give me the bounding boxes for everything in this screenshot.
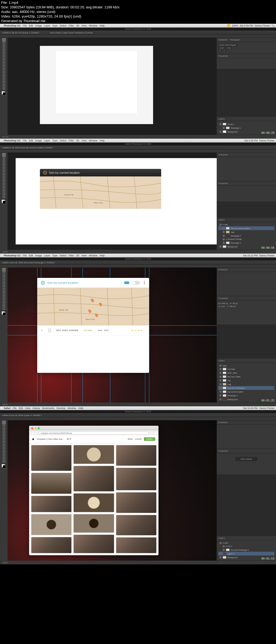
tool-icon[interactable]	[2, 182, 5, 185]
gradient-tool-icon[interactable]	[2, 67, 5, 70]
user-name[interactable]: Danny Florian	[259, 407, 274, 410]
tool-icon[interactable]	[2, 156, 5, 159]
menu-window[interactable]: Window	[89, 254, 97, 257]
menu-view[interactable]: View	[25, 407, 30, 410]
eye-icon[interactable]	[223, 242, 225, 244]
layer-thumb[interactable]	[223, 372, 226, 374]
layer-label[interactable]: 0.3 miles	[227, 368, 235, 370]
tool-icon[interactable]	[2, 163, 5, 166]
layer-label[interactable]: Background	[227, 557, 237, 558]
layers-panel[interactable]: stars 0.3 miles 6AM - 8PM Not Just Coffe…	[217, 363, 276, 403]
app-name[interactable]: Photoshop CC	[4, 139, 21, 142]
layer-label[interactable]: ▾ card	[223, 224, 228, 226]
location-header[interactable]: Get my current location	[40, 169, 161, 176]
options-bar[interactable]: coffee-vt.psd @ 100% (Rounded Rectangle …	[0, 261, 276, 264]
layer-thumb[interactable]	[223, 398, 226, 401]
eye-icon[interactable]	[219, 383, 222, 385]
tool-icon[interactable]	[2, 440, 5, 443]
grid-image[interactable]	[116, 515, 156, 535]
car-icon[interactable]	[124, 281, 129, 284]
tools-panel[interactable]	[0, 268, 8, 403]
minimize-icon[interactable]	[34, 427, 36, 429]
layer-label[interactable]: cup	[227, 380, 230, 381]
tab-layers[interactable]: Layers	[218, 537, 225, 539]
options-bar[interactable]: Untitled-2 @ 100% (Get my current locati…	[0, 146, 276, 149]
tab-layers[interactable]: Layers	[218, 219, 225, 221]
options-text[interactable]: Auto-Select: Layer Show Transform Contro…	[50, 32, 93, 34]
layer-thumb[interactable]	[223, 379, 226, 382]
doc-tab[interactable]: Untitled-1 @ 66.7% (Group 1, RGB/8) *	[2, 32, 40, 34]
layer-label[interactable]: ▸ Gradient Overlay	[226, 238, 242, 240]
layer-label[interactable]: Layer 3	[227, 553, 234, 555]
wifi-icon[interactable]: 📶	[227, 24, 230, 27]
menu-window[interactable]: Window	[67, 407, 76, 410]
tool-icon[interactable]	[2, 291, 5, 294]
clock[interactable]: Sat 9:39 PM	[240, 24, 253, 27]
menu-3d[interactable]: 3D	[76, 24, 80, 27]
nav-new[interactable]: NEW	[128, 438, 133, 440]
edit-contents-button[interactable]: Edit Contents	[235, 457, 257, 461]
eye-icon[interactable]	[219, 391, 222, 393]
menu-edit[interactable]: Edit	[29, 254, 33, 257]
font-select[interactable]: Avenir Next Regular	[218, 44, 237, 46]
doc-tab[interactable]: Untitled-2 @ 100% (Get my current locati…	[2, 146, 54, 149]
menu-view[interactable]: View	[81, 24, 87, 27]
menu-help[interactable]: Help	[99, 24, 105, 27]
eye-icon[interactable]	[219, 372, 222, 374]
search-icon[interactable]: 🔍	[271, 24, 274, 27]
menu-filter[interactable]: Filter	[69, 24, 74, 27]
mode-toggle[interactable]	[132, 281, 140, 285]
properties-panel[interactable]: Edit Contents	[217, 453, 276, 475]
tool-icon[interactable]	[2, 307, 5, 310]
menu-select[interactable]: Select	[60, 24, 67, 27]
tool-icon[interactable]	[2, 294, 5, 297]
zoom-tool-icon[interactable]	[2, 87, 5, 90]
tool-icon[interactable]	[2, 179, 5, 182]
menu-image[interactable]: Image	[35, 24, 42, 27]
tab-properties[interactable]: Properties	[218, 55, 228, 57]
kerning[interactable]: 0	[223, 50, 226, 52]
eye-icon[interactable]	[223, 545, 225, 547]
hand-tool-icon[interactable]	[2, 84, 5, 87]
grid-image[interactable]	[31, 473, 71, 494]
layer-thumb[interactable]	[226, 548, 230, 551]
menu-type[interactable]: Type	[52, 139, 58, 142]
tools-panel[interactable]	[0, 153, 8, 250]
move-tool-icon[interactable]	[2, 268, 5, 271]
artboard[interactable]	[40, 46, 153, 124]
crop-tool-icon[interactable]	[2, 51, 5, 54]
eye-icon[interactable]	[219, 387, 222, 389]
menu-history[interactable]: History	[32, 407, 40, 410]
tab-properties[interactable]: Properties	[218, 297, 228, 299]
zoom-level[interactable]: 66.7%	[2, 136, 8, 138]
walk-icon[interactable]: 🚶	[143, 281, 145, 285]
layer-label[interactable]: Get my current location	[231, 227, 250, 229]
menu-layer[interactable]: Layer	[44, 254, 50, 257]
eye-icon[interactable]	[219, 364, 222, 367]
grid-image[interactable]	[31, 537, 71, 553]
panels-right[interactable]: Character Properties Layers ▾ card Get m…	[217, 153, 276, 250]
image-grid[interactable]	[29, 443, 158, 555]
grid-image[interactable]	[31, 496, 71, 512]
doc-tab[interactable]: coffee-vt.psd @ 100% (Rounded Rectangle …	[2, 261, 55, 264]
menu-type[interactable]: Type	[52, 24, 58, 27]
menu-layer[interactable]: Layer	[44, 24, 50, 27]
layer-thumb[interactable]	[223, 552, 226, 555]
doc-tab[interactable]: coffee-vt.psd @ 100% (Layer 3, RGB/8) *	[2, 414, 42, 417]
tool-icon[interactable]	[2, 304, 5, 307]
address-bar[interactable]: unsplash.com/search/coffee%20shop	[39, 431, 149, 435]
tool-icon[interactable]	[2, 186, 5, 189]
card[interactable]: Get my current location 🚶 New YorkJersey…	[37, 278, 149, 373]
eye-icon[interactable]	[219, 379, 222, 381]
menu-type[interactable]: Type	[52, 254, 58, 257]
tool-icon[interactable]	[2, 271, 5, 274]
layer-label[interactable]: Group 1	[227, 123, 234, 125]
tool-icon[interactable]	[2, 160, 5, 163]
tool-icon[interactable]	[2, 450, 5, 453]
canvas[interactable]: ◀ ▶ unsplash.com/search/coffee%20shop ⇪ …	[8, 420, 217, 561]
grid-image[interactable]	[74, 493, 114, 512]
close-icon[interactable]	[31, 427, 33, 429]
clock[interactable]: Sat 10:12 PM	[243, 254, 258, 257]
font-size[interactable]: 12 pt	[218, 47, 225, 49]
eye-icon[interactable]	[219, 553, 222, 555]
